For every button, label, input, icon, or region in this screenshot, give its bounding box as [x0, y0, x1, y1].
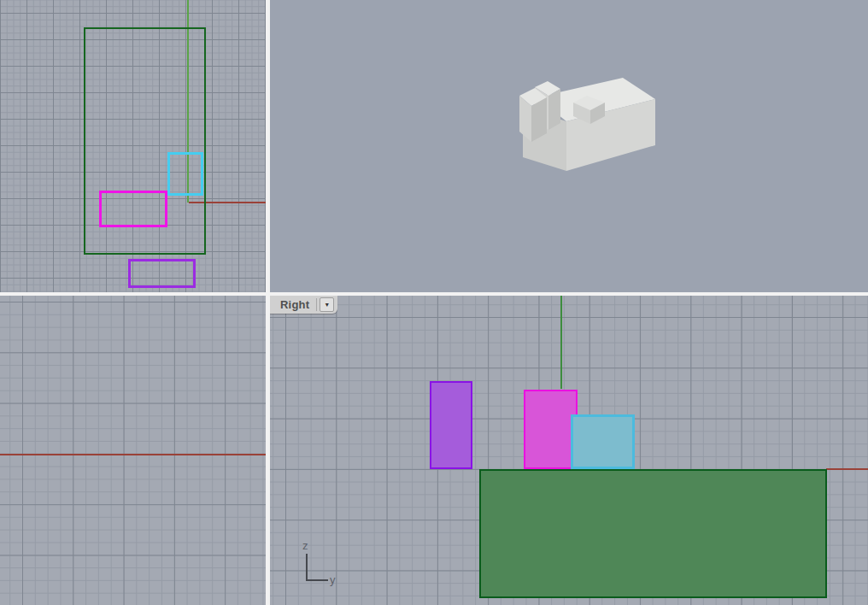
- viewport-menu-chevron-down-icon[interactable]: ▾: [320, 297, 334, 312]
- viewport-front-view[interactable]: [0, 296, 266, 605]
- viewport-right-view[interactable]: Right ▾ z y: [270, 296, 868, 605]
- y-axis-gizmo-line: [306, 579, 328, 581]
- z-axis-line: [560, 296, 562, 389]
- purple-box-face[interactable]: [430, 381, 472, 469]
- y-axis-line: [826, 468, 868, 470]
- magenta-box-face[interactable]: [524, 390, 578, 469]
- purple-box-outline[interactable]: [128, 259, 196, 288]
- z-axis-gizmo-label: z: [302, 539, 308, 552]
- viewport-top-view[interactable]: [0, 0, 266, 292]
- x-axis-line: [0, 454, 266, 455]
- shaded-model[interactable]: [270, 0, 868, 292]
- cyan-box-outline[interactable]: [167, 152, 203, 196]
- viewport-title-label: Right: [270, 298, 316, 312]
- y-axis-gizmo-label: y: [330, 573, 336, 586]
- viewport-title-tab[interactable]: Right ▾: [270, 296, 337, 314]
- green-box-face[interactable]: [479, 469, 827, 598]
- z-axis-gizmo-line: [306, 554, 308, 581]
- magenta-box-outline[interactable]: [99, 191, 167, 227]
- tab-separator: [316, 298, 317, 311]
- axis-gizmo: z y: [306, 554, 340, 581]
- viewport-perspective-view[interactable]: [270, 0, 868, 292]
- cyan-box-face[interactable]: [571, 414, 635, 469]
- magenta-box-right[interactable]: [548, 89, 560, 130]
